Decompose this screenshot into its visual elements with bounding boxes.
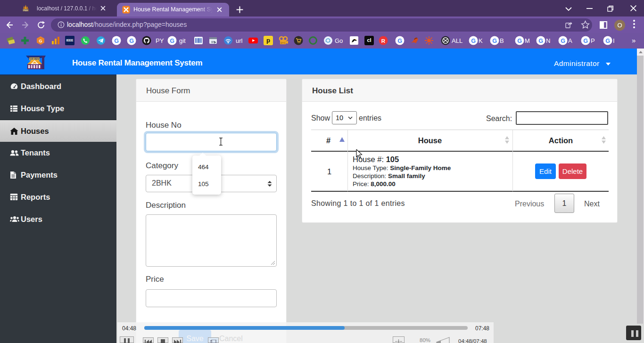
svg-text:DYC: DYC <box>281 41 286 44</box>
svg-text:G: G <box>39 39 42 43</box>
svg-text:FOR RENT: FOR RENT <box>28 57 41 60</box>
svg-text:G: G <box>561 38 565 44</box>
svg-text:G: G <box>538 38 543 44</box>
svg-text:G: G <box>170 38 174 44</box>
svg-text:G: G <box>492 38 497 44</box>
svg-text:PMA: PMA <box>24 9 28 12</box>
svg-text:G: G <box>397 38 402 44</box>
svg-text:G: G <box>114 38 119 44</box>
svg-text:G: G <box>471 38 476 44</box>
svg-text:G: G <box>583 38 588 44</box>
svg-text:G: G <box>129 38 134 44</box>
svg-text:R: R <box>381 38 386 44</box>
svg-text:G: G <box>605 38 610 44</box>
svg-text:G: G <box>517 38 522 44</box>
